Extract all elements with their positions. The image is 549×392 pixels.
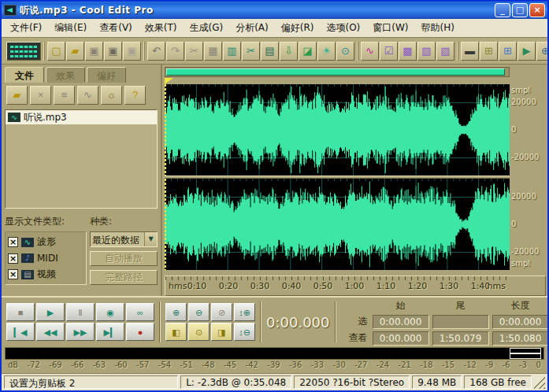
file-type-filter-row[interactable]: × ▤ 视频 [8, 268, 83, 281]
save-selection-button[interactable]: ▣ [123, 42, 141, 61]
right-channel-waveform[interactable] [165, 179, 510, 270]
mix-paste-button[interactable]: ◪ [299, 42, 317, 61]
vertical-zoom-out-button[interactable]: ↕⊖ [234, 323, 255, 341]
minimize-button[interactable]: _ [495, 3, 510, 17]
copy-button[interactable]: ▥ [223, 42, 241, 61]
chevron-down-icon[interactable]: ▼ [144, 232, 157, 246]
open-folder-button[interactable]: ▰ [6, 86, 28, 105]
timeline-ruler[interactable]: hms 0:100:200:300:400:501:001:101:201:30… [165, 276, 546, 296]
zoom-to-selection-button[interactable]: ⊙ [188, 323, 210, 341]
zoom-to-selection-right-button[interactable]: ◨ [211, 323, 232, 341]
time-tick-label: 0:50 [307, 281, 339, 291]
autoplay-button[interactable]: 自动播放 [90, 251, 158, 266]
menu-item[interactable]: 偏好(R) [276, 19, 320, 37]
ruler-ticks [165, 276, 509, 280]
pause-button[interactable]: Ⅱ [66, 303, 95, 321]
menu-item[interactable]: 生成(G) [184, 19, 229, 37]
time-display[interactable]: 0:00.000 [266, 314, 330, 331]
go-to-end-button[interactable]: ▶▎ [96, 323, 124, 341]
insert-into-cd-button[interactable]: ∿ [77, 86, 98, 105]
menu-item[interactable]: 窗口(W) [367, 19, 414, 37]
multitrack-view-button[interactable]: ⊞ [499, 42, 517, 61]
checkbox[interactable]: × [8, 269, 18, 279]
checkbox[interactable]: × [8, 253, 18, 264]
paste-to-new-button[interactable]: ⇩ [280, 42, 298, 61]
tab-effects[interactable]: 效果 [46, 67, 85, 83]
menu-item[interactable]: 效果(T) [139, 19, 183, 37]
play-quick-button[interactable]: ▶ [517, 42, 536, 61]
left-channel-waveform[interactable] [165, 84, 510, 176]
menu-item[interactable]: 帮助(H) [416, 19, 460, 37]
checkbox[interactable]: × [8, 237, 18, 247]
paste-button[interactable]: ▤ [261, 42, 279, 61]
batch-script-button[interactable]: ☑ [380, 42, 398, 61]
selection-end-field[interactable] [432, 315, 489, 329]
edit-view-button[interactable]: ⊞ [480, 42, 498, 61]
zoom-to-selection-left-button[interactable]: ◧ [165, 323, 187, 341]
hiss-reduction-button[interactable]: ▧ [436, 42, 454, 61]
selection-start-marker[interactable] [165, 78, 173, 84]
undo-button[interactable]: ↶ [147, 42, 165, 61]
filter-options-button[interactable]: ☼ [101, 86, 122, 105]
new-file-button[interactable]: ▢ [47, 42, 65, 61]
insert-into-multitrack-button[interactable]: ≡ [54, 86, 75, 105]
full-path-button[interactable]: 完整路径 [90, 270, 158, 285]
go-to-start-button[interactable]: ▎◀ [6, 323, 35, 341]
level-meter[interactable] [5, 347, 544, 360]
play-looped-button[interactable]: ◉ [96, 303, 124, 321]
view-end-field[interactable]: 1:50.079 [432, 331, 489, 346]
cut-disabled-button[interactable]: ✂ [185, 42, 203, 61]
close-button[interactable]: × [529, 3, 545, 17]
trim-button[interactable]: ▦ [204, 42, 222, 61]
cut-button[interactable]: ✂ [242, 42, 260, 61]
redo-button[interactable]: ↷ [166, 42, 184, 61]
resize-grip[interactable] [534, 375, 545, 389]
view-length-field[interactable]: 1:50.080 [492, 331, 549, 346]
sort-dropdown[interactable]: 最近的数据 ▼ [90, 231, 158, 247]
menu-item[interactable]: 编辑(E) [49, 19, 92, 37]
rewind-button[interactable]: ◀◀ [36, 323, 65, 341]
file-type-filter-row[interactable]: × ∿ 波形 [8, 235, 83, 249]
save-button[interactable]: ▣ [85, 42, 103, 61]
click-removal-button[interactable]: ▨ [417, 42, 436, 61]
cd-player-button[interactable]: ▬ [461, 42, 479, 61]
horizontal-scrollbar[interactable] [165, 67, 510, 77]
file-list[interactable]: ∿ 听说.mp3 [5, 109, 158, 209]
file-list-item[interactable]: ∿ 听说.mp3 [6, 110, 157, 124]
menu-item[interactable]: 分析(A) [230, 19, 274, 37]
view-start-field[interactable]: 0:00.000 [373, 331, 429, 346]
convert-sample-type-button[interactable]: ☀ [317, 42, 336, 61]
scrollbar-thumb[interactable] [166, 68, 505, 76]
help-button[interactable]: ? [124, 86, 146, 105]
title-bar[interactable]: 听说.mp3 - Cool Edit Pro _ □ × [2, 2, 547, 19]
noise-reduction-button[interactable]: ▩ [399, 42, 417, 61]
vertical-zoom-in-button[interactable]: ↕⊕ [234, 303, 255, 321]
menu-item[interactable]: 查看(V) [94, 19, 138, 37]
fast-forward-button[interactable]: ▶▶ [66, 323, 95, 341]
zoom-out-button[interactable]: ⊖ [188, 303, 210, 321]
menu-item[interactable]: 选项(O) [321, 19, 365, 37]
zoom-tool-button[interactable]: ⊙ [336, 42, 354, 61]
tab-files[interactable]: 文件 [5, 67, 44, 83]
menu-item[interactable]: 文件(F) [5, 19, 47, 37]
zoom-full-button[interactable]: ⊘ [211, 303, 232, 321]
open-file-button[interactable]: ▰ [66, 42, 84, 61]
file-type-filter-row[interactable]: × ♪ MIDI [8, 253, 83, 264]
amplitude-scale[interactable]: smpl 20000 0 -20000 20000 0 -20000 smpl [510, 84, 546, 276]
save-as-button[interactable]: ▣ [104, 42, 122, 61]
maximize-button[interactable]: □ [512, 3, 528, 17]
tab-favorites[interactable]: 偏好 [87, 67, 126, 83]
selection-start-field[interactable]: 0:00.000 [373, 315, 429, 329]
clip-indicator[interactable] [510, 348, 541, 359]
loop-button[interactable]: ∞ [126, 303, 154, 321]
zoom-quick-button[interactable]: ⊕ [536, 42, 547, 61]
stop-button[interactable]: ■ [6, 303, 35, 321]
close-file-button[interactable]: × [30, 86, 51, 105]
selection-length-field[interactable]: 0:00.000 [492, 315, 549, 329]
zoom-in-button[interactable]: ⊕ [165, 303, 187, 321]
normalize-button[interactable]: ∿ [361, 42, 379, 61]
view-toggle-button[interactable] [6, 42, 41, 61]
db-tick-label: 0 [536, 361, 540, 369]
play-button[interactable]: ▶ [36, 303, 65, 321]
record-button[interactable]: ● [126, 323, 154, 341]
